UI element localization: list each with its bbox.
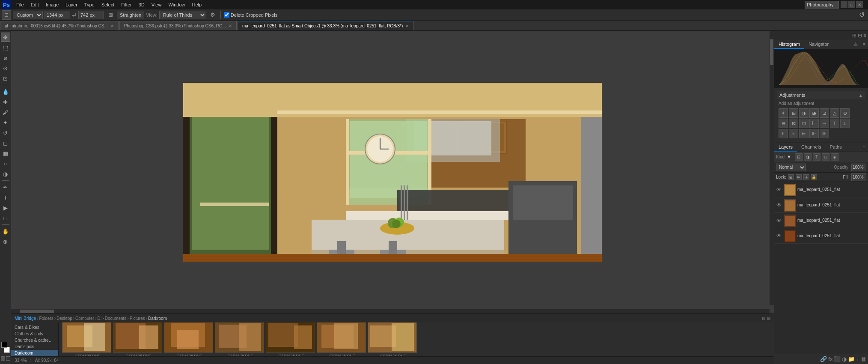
zoom-tool[interactable]: ⊕ bbox=[1, 237, 10, 246]
path-pictures[interactable]: Pictures bbox=[130, 316, 145, 321]
kind-smart-filter[interactable]: ◈ bbox=[831, 153, 838, 161]
panel-collapse-icon[interactable]: ⊟ bbox=[858, 33, 862, 39]
thumb-image-7[interactable] bbox=[368, 322, 417, 353]
layer-new-icon[interactable]: + bbox=[856, 356, 859, 362]
panel-expand-icon[interactable]: ⊞ bbox=[852, 33, 856, 39]
layer-folder-icon[interactable]: 📁 bbox=[848, 356, 855, 362]
menu-layer[interactable]: Layer bbox=[62, 1, 81, 8]
path-d[interactable]: D: bbox=[97, 316, 101, 321]
thumb-4[interactable]: _CSP8628.DNG bbox=[215, 322, 264, 356]
menu-window[interactable]: Window bbox=[165, 1, 188, 8]
adj-colorbalance[interactable]: ⊘ bbox=[840, 108, 850, 118]
minibridge-label[interactable]: Mini Bridge bbox=[15, 316, 36, 321]
thumb-image-1[interactable] bbox=[62, 322, 111, 353]
filmstrip-filter-icon[interactable]: ⊠ bbox=[767, 316, 770, 321]
thumb-image-5[interactable] bbox=[266, 322, 315, 353]
layers-tab[interactable]: Layers bbox=[774, 143, 797, 152]
tab-3-close[interactable]: ✕ bbox=[405, 24, 409, 28]
adj-exposure[interactable]: ◕ bbox=[809, 108, 819, 118]
width-input[interactable] bbox=[45, 11, 70, 19]
menu-3d[interactable]: 3D bbox=[135, 1, 148, 8]
layer-link-icon[interactable]: 🔗 bbox=[820, 356, 827, 362]
navigator-tab[interactable]: Navigator bbox=[804, 40, 833, 49]
path-selection-tool[interactable]: ▶ bbox=[1, 203, 10, 212]
layer-4-visibility[interactable]: 👁 bbox=[776, 233, 782, 239]
menu-select[interactable]: Select bbox=[98, 1, 118, 8]
gradient-tool[interactable]: ▦ bbox=[1, 149, 10, 158]
adj-colorlookup[interactable]: ⊢ bbox=[809, 119, 819, 128]
eyedropper-tool[interactable]: 💧 bbox=[1, 87, 10, 96]
kind-adjust-filter[interactable]: ◑ bbox=[804, 153, 812, 161]
view-dropdown[interactable]: Rule of Thirds bbox=[159, 11, 206, 19]
menu-filter[interactable]: Filter bbox=[118, 1, 135, 8]
path-computer[interactable]: Computer bbox=[75, 316, 94, 321]
view-settings-icon[interactable]: ⚙ bbox=[208, 11, 217, 19]
adj-threshold[interactable]: ⊥ bbox=[840, 119, 850, 128]
layer-2-visibility[interactable]: 👁 bbox=[776, 202, 782, 208]
histogram-tab[interactable]: Histogram bbox=[774, 40, 804, 49]
adj-hsl[interactable]: △ bbox=[830, 108, 839, 118]
straighten-button[interactable]: Straighten bbox=[117, 11, 144, 19]
brush-tool[interactable]: 🖌 bbox=[1, 107, 10, 117]
folder-darkroom[interactable]: Darkroom bbox=[11, 350, 58, 356]
path-darkroom[interactable]: Darkroom bbox=[148, 316, 167, 321]
hscroll-thumb[interactable] bbox=[20, 310, 54, 313]
screen-mode-normal[interactable] bbox=[1, 356, 5, 361]
window-close[interactable]: ✕ bbox=[856, 1, 863, 8]
adj-gradient[interactable]: ⊩ bbox=[809, 129, 819, 138]
eraser-tool[interactable]: ◻ bbox=[1, 138, 10, 148]
lock-transparent[interactable]: ⊟ bbox=[788, 174, 794, 180]
pen-tool[interactable]: ✒ bbox=[1, 182, 10, 192]
adj-bw[interactable]: ⊟ bbox=[779, 119, 788, 128]
kind-pixel-filter[interactable]: ⊟ bbox=[795, 153, 803, 161]
menu-image[interactable]: Image bbox=[42, 1, 62, 8]
layer-adjustment-icon[interactable]: ◑ bbox=[842, 356, 847, 362]
resolution-icon[interactable]: ⊠ bbox=[106, 11, 115, 19]
tab-3[interactable]: ma_leopard_0251_flat as Smart Object-1 @… bbox=[238, 21, 413, 30]
adj-solid-color[interactable]: ⊨ bbox=[799, 129, 809, 138]
thumb-5[interactable]: _CSP8628.DNG bbox=[266, 322, 315, 356]
healing-brush-tool[interactable]: ✚ bbox=[1, 97, 10, 107]
layer-row-3[interactable]: 👁 ma_leopard_0251_flat bbox=[774, 213, 868, 228]
window-maximize[interactable]: □ bbox=[848, 1, 855, 8]
folder-clothes[interactable]: Clothes & suits bbox=[11, 331, 58, 337]
menu-edit[interactable]: Edit bbox=[27, 1, 42, 8]
menu-file[interactable]: File bbox=[13, 1, 27, 8]
histogram-menu[interactable]: ≡ bbox=[860, 40, 868, 49]
history-brush-tool[interactable]: ↺ bbox=[1, 128, 10, 137]
kind-shape-filter[interactable]: □ bbox=[822, 153, 829, 161]
preset-dropdown[interactable]: Custom bbox=[13, 11, 43, 19]
clone-stamp-tool[interactable]: ✦ bbox=[1, 118, 10, 127]
opacity-input[interactable] bbox=[851, 164, 866, 171]
adj-photofilter[interactable]: ⊠ bbox=[789, 119, 798, 128]
tab-1[interactable]: pl_mtrshmre_00015 cs6.tif @ 45.7% (Photo… bbox=[0, 21, 119, 30]
panel-menu-icon[interactable]: ≡ bbox=[863, 33, 866, 39]
thumb-image-2[interactable] bbox=[113, 322, 162, 353]
folder-cars[interactable]: Cars & Bikes bbox=[11, 324, 58, 331]
thumb-image-4[interactable] bbox=[215, 322, 264, 353]
folder-churches[interactable]: Churches & cathedral bbox=[11, 337, 58, 343]
adj-channelmixer[interactable]: ⊡ bbox=[799, 119, 809, 128]
adj-levels[interactable]: ⊞ bbox=[789, 108, 798, 118]
canvas-container[interactable] bbox=[11, 31, 774, 313]
tab-2[interactable]: Photoshop CS6.psb @ 33.3% (Photoshop CS6… bbox=[119, 21, 237, 30]
height-input[interactable] bbox=[78, 11, 104, 19]
dimension-swap-icon[interactable]: ⇄ bbox=[72, 12, 77, 18]
menu-type[interactable]: Type bbox=[81, 1, 98, 8]
blend-mode-dropdown[interactable]: Normal bbox=[776, 164, 806, 171]
background-color-swatch[interactable] bbox=[4, 347, 10, 353]
workspace-dropdown[interactable]: Photography bbox=[805, 1, 839, 9]
adj-invert[interactable]: ⊣ bbox=[820, 119, 829, 128]
menu-help[interactable]: Help bbox=[189, 1, 205, 8]
dodge-tool[interactable]: ◑ bbox=[1, 169, 10, 179]
kind-type-filter[interactable]: T bbox=[813, 153, 820, 161]
vscroll-thumb[interactable] bbox=[770, 39, 773, 65]
layer-fx-icon[interactable]: fx bbox=[828, 356, 832, 362]
tab-2-close[interactable]: ✕ bbox=[229, 24, 232, 28]
foreground-color-swatch[interactable] bbox=[1, 342, 7, 348]
layer-1-visibility[interactable]: 👁 bbox=[776, 187, 782, 193]
layers-menu[interactable]: ≡ bbox=[860, 143, 868, 152]
fill-input[interactable] bbox=[851, 173, 866, 181]
lasso-tool[interactable]: ⌀ bbox=[1, 53, 10, 63]
move-tool[interactable]: ✥ bbox=[1, 33, 10, 42]
